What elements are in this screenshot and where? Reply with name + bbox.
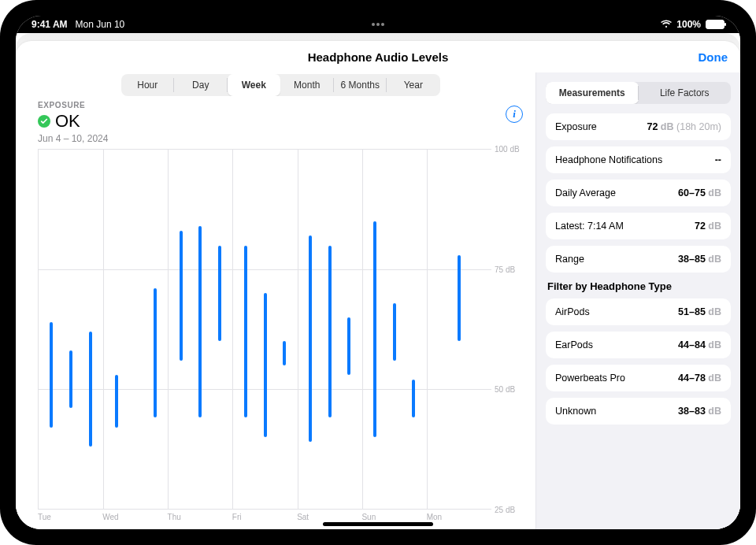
chart-bar[interactable]: [198, 226, 202, 417]
y-tick: 75 dB: [495, 265, 523, 273]
gridline: [39, 269, 491, 270]
x-tick: Sat: [297, 513, 361, 521]
measure-row-0-value: 72 dB (18h 20m): [647, 121, 721, 132]
filter-row-2-value: 44–78 dB: [678, 373, 721, 384]
sidebar: MeasurementsLife Factors Exposure72 dB (…: [536, 72, 740, 529]
measure-row-0: Exposure72 dB (18h 20m): [546, 113, 731, 140]
filter-heading: Filter by Headphone Type: [547, 280, 729, 292]
segment-month[interactable]: Month: [280, 74, 334, 96]
time-range-segmented[interactable]: HourDayWeekMonth6 MonthsYear: [121, 74, 440, 96]
measure-row-1-value: --: [715, 154, 721, 165]
measure-row-3-value: 72 dB: [695, 221, 721, 232]
segment-6-months[interactable]: 6 Months: [334, 74, 387, 96]
measure-row-3-label: Latest: 7:14 AM: [555, 221, 624, 232]
vgrid: [232, 150, 233, 509]
x-tick: Sun: [361, 513, 426, 521]
sidebar-tabs[interactable]: MeasurementsLife Factors: [546, 82, 731, 104]
sheet-header: Headphone Audio Levels Done: [16, 41, 740, 72]
x-tick: Tue: [38, 513, 102, 521]
vgrid: [427, 150, 428, 509]
chart-bar[interactable]: [283, 341, 286, 365]
home-indicator[interactable]: [323, 522, 433, 526]
chart-bar[interactable]: [154, 288, 157, 417]
done-button[interactable]: Done: [699, 41, 728, 72]
statusbar-time: 9:41 AM: [32, 19, 68, 30]
statusbar-battery-pct: 100%: [676, 19, 701, 30]
screen: 9:41 AM Mon Jun 10 100% Headphone Audio …: [16, 16, 740, 529]
multitask-dots[interactable]: [372, 23, 384, 26]
tab-life-factors[interactable]: Life Factors: [639, 82, 732, 104]
measure-row-0-label: Exposure: [555, 121, 597, 132]
segment-day[interactable]: Day: [174, 74, 228, 96]
page-title: Headphone Audio Levels: [308, 50, 449, 64]
battery-icon: [706, 20, 724, 29]
chart-bar[interactable]: [412, 380, 415, 418]
exposure-status: OK: [38, 111, 108, 132]
chart-bar[interactable]: [264, 293, 267, 436]
filter-row-2[interactable]: Powerbeats Pro44–78 dB: [546, 365, 731, 391]
filter-row-1-label: EarPods: [555, 339, 593, 350]
measure-row-2: Daily Average60–75 dB: [546, 180, 731, 206]
vgrid: [168, 150, 169, 509]
measure-row-4-value: 38–85 dB: [678, 254, 721, 265]
chart-bar[interactable]: [458, 255, 461, 341]
segment-hour[interactable]: Hour: [121, 74, 175, 96]
chart-bar[interactable]: [180, 231, 183, 360]
sheet: Headphone Audio Levels Done HourDayWeekM…: [16, 33, 740, 529]
filter-row-0-value: 51–85 dB: [678, 306, 721, 317]
vgrid: [103, 150, 104, 509]
measure-row-2-value: 60–75 dB: [678, 187, 721, 198]
chart-bar[interactable]: [115, 375, 118, 428]
chart-bar[interactable]: [244, 246, 247, 418]
measure-row-4-label: Range: [555, 254, 584, 265]
measure-row-2-label: Daily Average: [555, 187, 616, 198]
y-tick: 25 dB: [495, 506, 523, 514]
measure-row-1-label: Headphone Notifications: [555, 154, 662, 165]
device-frame: 9:41 AM Mon Jun 10 100% Headphone Audio …: [0, 0, 756, 545]
tab-measurements[interactable]: Measurements: [546, 82, 639, 104]
filter-row-0[interactable]: AirPods51–85 dB: [546, 298, 731, 325]
x-tick: Thu: [168, 513, 232, 521]
filter-row-0-label: AirPods: [555, 306, 590, 317]
chart-bar[interactable]: [309, 235, 312, 441]
measure-row-1: Headphone Notifications--: [546, 146, 731, 173]
filter-row-3-label: Unknown: [555, 406, 596, 417]
checkmark-icon: [38, 115, 50, 128]
chart-bar[interactable]: [69, 350, 72, 408]
statusbar: 9:41 AM Mon Jun 10 100%: [16, 16, 740, 33]
y-tick: 50 dB: [495, 385, 523, 394]
chart-bar[interactable]: [328, 246, 332, 418]
chart-bar[interactable]: [393, 303, 396, 361]
chart-bar[interactable]: [50, 322, 53, 428]
filter-row-2-label: Powerbeats Pro: [555, 373, 625, 384]
chart-bar[interactable]: [347, 317, 350, 375]
wifi-icon: [661, 20, 672, 29]
chart-bar[interactable]: [218, 246, 221, 342]
info-icon[interactable]: i: [506, 106, 523, 123]
filter-row-3-value: 38–83 dB: [678, 406, 721, 417]
segment-week[interactable]: Week: [228, 74, 281, 96]
filter-row-1[interactable]: EarPods44–84 dB: [546, 332, 731, 358]
x-tick: Wed: [102, 513, 167, 521]
x-tick: Mon: [427, 513, 491, 521]
filter-row-1-value: 44–84 dB: [678, 339, 721, 350]
segment-year[interactable]: Year: [387, 74, 440, 96]
chart-bar[interactable]: [373, 221, 376, 437]
filter-row-3[interactable]: Unknown38–83 dB: [546, 398, 731, 425]
exposure-label: EXPOSURE: [38, 101, 108, 109]
measure-row-4: Range38–85 dB: [546, 246, 731, 272]
exposure-status-text: OK: [55, 111, 80, 132]
statusbar-date: Mon Jun 10: [76, 19, 125, 30]
chart-bar[interactable]: [89, 332, 92, 447]
x-tick: Fri: [232, 513, 297, 521]
chart[interactable]: 25 dB50 dB75 dB100 dB: [38, 149, 523, 510]
measure-row-3: Latest: 7:14 AM72 dB: [546, 213, 731, 239]
vgrid: [298, 150, 298, 509]
y-tick: 100 dB: [495, 145, 523, 154]
date-range: Jun 4 – 10, 2024: [38, 133, 108, 144]
vgrid: [362, 150, 363, 509]
